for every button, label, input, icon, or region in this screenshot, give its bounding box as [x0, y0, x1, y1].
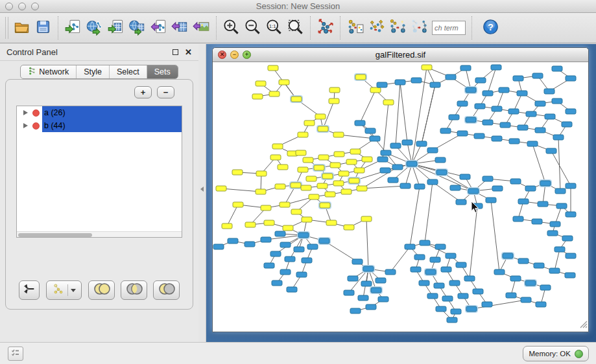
open-folder-icon [13, 18, 30, 38]
zoom-in-button[interactable] [221, 16, 242, 40]
help-button[interactable]: ? [480, 16, 501, 40]
float-panel-icon[interactable] [173, 49, 178, 55]
search-input[interactable] [432, 21, 466, 35]
venn-union-icon [92, 282, 112, 298]
zoom-out-button[interactable] [242, 16, 263, 40]
mouse-cursor [471, 201, 479, 214]
window-titlebar: Session: New Session [0, 0, 596, 13]
dropdown-arrow-icon[interactable] [71, 289, 76, 292]
zoom-one-to-one-icon: 1:1 [265, 18, 283, 38]
network-comparison-file-button[interactable] [344, 16, 366, 40]
network-comparison-merge-button[interactable] [366, 16, 387, 40]
venn-intersection-icon [125, 282, 144, 298]
main-toolbar: 1:1 ? [0, 13, 596, 43]
import-table-file-button[interactable] [105, 16, 126, 40]
toolbar-separator [310, 16, 311, 40]
export-network-button[interactable] [148, 16, 169, 40]
tab-select-label: Select [117, 67, 139, 76]
network-diff-left-button[interactable] [409, 16, 430, 40]
help-icon: ? [482, 18, 499, 38]
set-union-button[interactable] [88, 280, 115, 300]
import-network-file-button[interactable] [62, 16, 84, 40]
control-panel-header: Control Panel ✕ [0, 44, 198, 61]
add-set-button[interactable]: + [134, 86, 152, 98]
main-area: Control Panel ✕ Network Style Select Set… [0, 44, 596, 342]
horizontal-scrollbar[interactable] [17, 231, 182, 237]
scrollbar-thumb[interactable] [18, 233, 92, 237]
list-item[interactable]: a (26) [17, 106, 182, 119]
tab-sets-label: Sets [154, 67, 171, 76]
zoom-selected-icon [287, 18, 304, 38]
export-image-button[interactable] [191, 16, 212, 40]
network-diff-icon [389, 18, 407, 38]
expander-triangle-icon[interactable] [23, 123, 28, 128]
split-set-button[interactable] [19, 280, 40, 300]
network-merge-icon [368, 18, 385, 38]
tab-select[interactable]: Select [110, 65, 147, 78]
collapse-panel-arrow-icon[interactable] [200, 187, 204, 192]
tab-style[interactable]: Style [77, 65, 110, 78]
zoom-in-icon [222, 18, 240, 38]
network-tree-icon [28, 67, 36, 77]
network-to-file-icon [346, 18, 364, 38]
memory-status-label: Memory: OK [529, 350, 571, 358]
layout-icon [316, 18, 334, 38]
memory-ok-indicator-icon [575, 350, 583, 358]
apply-layout-button[interactable] [315, 16, 336, 40]
task-history-button[interactable] [8, 347, 23, 361]
sets-list: a (26) b (44) [16, 106, 182, 238]
control-panel-title: Control Panel [6, 47, 58, 57]
list-item[interactable]: b (44) [17, 119, 182, 132]
fork-arrows-icon [22, 282, 36, 299]
open-file-button[interactable] [11, 16, 32, 40]
set-color-dot-icon [32, 122, 40, 130]
task-list-icon [11, 348, 20, 359]
set-color-dot-icon [32, 109, 40, 117]
yellow-network-icon [52, 282, 65, 298]
network-diff-right-button[interactable] [387, 16, 409, 40]
import-network-web-button[interactable] [84, 16, 105, 40]
save-session-button[interactable] [32, 16, 54, 40]
set-item-label[interactable]: a (26) [42, 106, 182, 119]
tab-sets[interactable]: Sets [147, 65, 178, 78]
resize-grip[interactable] [578, 319, 588, 331]
toolbar-separator [471, 16, 472, 40]
tab-network-label: Network [39, 67, 69, 76]
memory-status-button[interactable]: Memory: OK [523, 346, 589, 361]
expander-triangle-icon[interactable] [23, 110, 28, 115]
network-canvas[interactable] [213, 62, 588, 332]
tab-style-label: Style [84, 67, 102, 76]
svg-text:?: ? [488, 21, 494, 32]
export-image-icon [193, 18, 210, 38]
toolbar-drag-handle[interactable] [5, 17, 8, 39]
network-window-titlebar[interactable]: ✕ − + galFiltered.sif [213, 48, 588, 62]
set-item-label[interactable]: b (44) [42, 119, 182, 132]
panel-splitter[interactable] [198, 44, 206, 342]
import-table-web-button[interactable] [126, 16, 148, 40]
status-bar: Memory: OK [0, 342, 596, 364]
control-panel-tabbar: Network Style Select Sets [0, 65, 198, 79]
zoom-out-icon [244, 18, 261, 38]
venn-difference-icon [157, 282, 176, 298]
set-actions-row [6, 280, 193, 300]
application-window: Session: New Session [0, 0, 596, 364]
zoom-actual-size-button[interactable]: 1:1 [263, 16, 285, 40]
import-table-web-icon [128, 18, 146, 38]
export-table-button[interactable] [169, 16, 191, 40]
button-divider [67, 284, 68, 296]
tab-network[interactable]: Network [21, 65, 77, 78]
set-intersection-button[interactable] [121, 280, 147, 300]
network-window[interactable]: ✕ − + galFiltered.sif [212, 47, 589, 332]
export-table-icon [171, 18, 189, 38]
control-panel: Control Panel ✕ Network Style Select Set… [0, 44, 198, 342]
zoom-selected-region-button[interactable] [285, 16, 306, 40]
window-title: Session: New Session [0, 1, 596, 11]
set-difference-button[interactable] [153, 280, 180, 300]
network-desktop: ✕ − + galFiltered.sif [206, 44, 596, 342]
remove-set-button[interactable]: − [157, 86, 174, 98]
import-table-file-icon [107, 18, 125, 38]
network-graph[interactable] [213, 62, 588, 332]
create-set-from-network-button[interactable] [46, 280, 82, 300]
network-diff-faded-icon [411, 18, 428, 38]
close-panel-icon[interactable]: ✕ [185, 48, 192, 56]
